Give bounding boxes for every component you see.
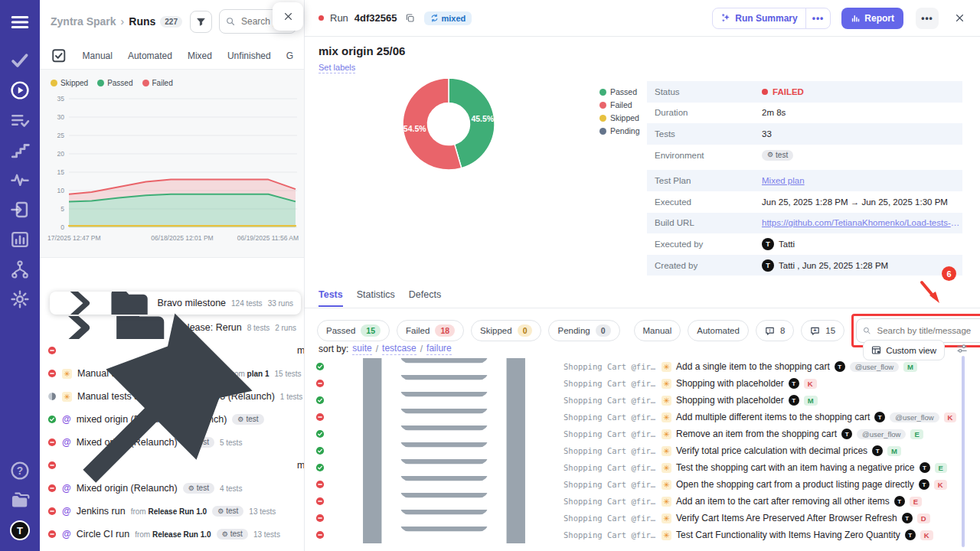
test-row[interactable]: Shopping Cart @first...✳Shopping with pl… (315, 375, 962, 392)
environment-badge: ⚙test (762, 150, 793, 161)
close-run-button[interactable] (949, 8, 969, 28)
select-runs-icon[interactable] (51, 47, 67, 64)
custom-view-button[interactable]: Custom view (863, 340, 945, 360)
rail-item-branch[interactable] (10, 259, 30, 279)
test-row[interactable]: Shopping Cart @first...✳Open the shoppin… (315, 476, 962, 493)
run-list-item[interactable]: @Circle CI runfrom Release Run 1.0⚙test1… (40, 523, 304, 546)
rail-item-folders[interactable] (10, 491, 30, 510)
status-failed-icon (47, 530, 57, 539)
more-actions-button[interactable]: ••• (916, 8, 939, 29)
filter-bubble-alert-button[interactable]: !8 (756, 320, 794, 341)
tests-search-input[interactable] (875, 325, 979, 336)
filter-button[interactable] (190, 11, 212, 33)
rail-item-check[interactable] (10, 51, 30, 70)
tabs-divider (305, 308, 980, 308)
status-failed-icon (315, 412, 325, 422)
detail-link[interactable]: https://github.com/TetianaKhomenko/Load-… (762, 218, 962, 227)
rail-item-help[interactable]: ? (10, 461, 30, 481)
test-row[interactable]: Shopping Cart @first...✳Add a single ite… (315, 358, 962, 375)
rail-item-gear[interactable] (10, 289, 30, 309)
test-row[interactable]: Shopping Cart @first...✳Remove an item f… (315, 425, 962, 442)
run-title: mix origin 25/06 (318, 44, 405, 57)
donut-legend-item: Pending (599, 126, 640, 135)
user-avatar: T (762, 259, 774, 272)
from-plan[interactable]: Release Run 1.0 (152, 530, 211, 539)
rail-item-import[interactable] (10, 200, 30, 220)
test-row[interactable]: Shopping Cart @first...✳Verify Cart Item… (315, 510, 962, 527)
rail-item-menu[interactable] (10, 12, 30, 32)
runs-tab-unfinished[interactable]: Unfinished (227, 51, 271, 61)
clipboard-icon (329, 493, 559, 510)
clipboard-icon (329, 510, 559, 527)
runs-tab-manual[interactable]: Manual (83, 51, 113, 61)
rail-item-activity[interactable] (10, 170, 30, 190)
filter-skipped-button[interactable]: Skipped0 (471, 320, 541, 341)
copy-run-id-button[interactable] (405, 13, 415, 23)
detail-link[interactable]: Mixed plan (762, 176, 805, 185)
run-summary-button[interactable]: Run Summary ••• (712, 8, 831, 29)
test-title: Test the shopping cart with an item havi… (676, 462, 915, 473)
set-labels-link[interactable]: Set labels (318, 63, 355, 73)
rail-item-play-circle[interactable] (10, 80, 30, 100)
user-avatar[interactable]: T (10, 520, 30, 540)
tab-tests[interactable]: Tests (318, 289, 343, 307)
filter-automated-button[interactable]: Automated (688, 320, 749, 341)
run-from: from Release Run 1.0 (135, 530, 211, 539)
run-tests-count: 15 tests (275, 370, 302, 378)
test-row[interactable]: Shopping Cart @first...✳Verify total pri… (315, 442, 962, 459)
detail-value: FAILED (762, 87, 804, 96)
rail-item-list-check[interactable] (10, 110, 30, 130)
failed-dot (762, 89, 768, 95)
app-root: ?T Zyntra Spark › Runs 227 ManualAutomat… (0, 0, 980, 551)
sort-by-label: sort by: (318, 344, 348, 354)
status-failed-icon (315, 497, 325, 506)
filter-failed-button[interactable]: Failed18 (397, 320, 464, 341)
test-suite: Shopping Cart @first... (564, 412, 657, 422)
report-button[interactable]: Report (841, 8, 903, 29)
test-row[interactable]: Shopping Cart @first...✳Add an item to t… (315, 493, 962, 510)
run-summary-more-button[interactable]: ••• (805, 8, 831, 28)
sort-by-testcase[interactable]: testcase (382, 343, 416, 355)
donut-legend-item: Failed (599, 100, 640, 109)
breadcrumb: Zyntra Spark › Runs 227 (51, 15, 182, 28)
test-row[interactable]: Shopping Cart @first...✳Add multiple dif… (315, 409, 962, 425)
rail-item-steps[interactable] (10, 140, 30, 160)
filter-passed-button[interactable]: Passed15 (317, 320, 390, 341)
filter-manual-button[interactable]: Manual (634, 320, 681, 341)
sync-icon (430, 14, 439, 22)
breadcrumb-section[interactable]: Runs (129, 15, 155, 28)
run-detail-content: mix origin 25/06 Set labels 45.5%54.5% P… (305, 37, 980, 551)
test-title: Shopping with placeholder (676, 378, 784, 389)
filter-bubble-plus-button[interactable]: +15 (801, 320, 844, 341)
donut-legend-item: Passed (599, 87, 640, 96)
tests-scrollbar[interactable] (962, 356, 965, 547)
sort-by-suite[interactable]: suite (352, 343, 371, 355)
manual-test-icon: ✳ (662, 379, 671, 389)
copy-icon (405, 13, 415, 23)
test-row[interactable]: Shopping Cart @first...✳Test the shoppin… (315, 459, 962, 476)
clipboard-icon (329, 459, 559, 476)
sliders-icon[interactable] (956, 343, 968, 354)
activity-icon (10, 170, 30, 190)
rail-item-barchart[interactable] (10, 230, 30, 249)
tab-statistics[interactable]: Statistics (357, 289, 395, 307)
gear-icon: ⚙ (767, 152, 773, 158)
breadcrumb-project[interactable]: Zyntra Spark (51, 15, 116, 28)
runs-tab-mixed[interactable]: Mixed (188, 51, 212, 61)
tab-defects[interactable]: Defects (409, 289, 441, 307)
gear-icon (10, 289, 30, 309)
test-letter-badge: E (935, 463, 947, 473)
runs-tab-g[interactable]: G (286, 51, 293, 61)
filter-pending-button[interactable]: Pending0 (548, 320, 619, 341)
svg-text:+: + (814, 326, 817, 333)
detail-row-build-url: Build URLhttps://github.com/TetianaKhome… (647, 213, 962, 234)
sort-by-failure[interactable]: failure (426, 343, 452, 355)
close-panel-button[interactable] (273, 2, 303, 31)
runs-tab-automated[interactable]: Automated (128, 51, 172, 61)
legend-dot (599, 102, 606, 109)
test-row[interactable]: Shopping Cart @first...✳Shopping with pl… (315, 392, 962, 409)
test-row[interactable]: Shopping Cart @first...✳Test Cart Functi… (315, 527, 962, 543)
runs-filter-tabs: ManualAutomatedMixedUnfinishedG (40, 43, 304, 70)
clipboard-icon (329, 392, 559, 409)
filter-label: Failed (406, 326, 430, 335)
